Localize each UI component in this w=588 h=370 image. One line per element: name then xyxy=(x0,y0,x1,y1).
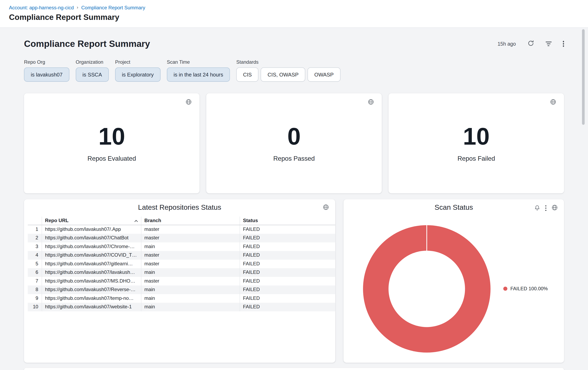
bottom-cards-row: Latest Repositories Status Repo URL Bran… xyxy=(24,200,564,363)
repo-url-cell: https://github.com/lavakush07/temp-no… xyxy=(42,294,141,303)
branch-cell: main xyxy=(141,303,240,311)
status-cell: FAILED xyxy=(240,268,335,277)
repo-url-cell: https://github.com/lavakush07/ChatBot xyxy=(42,234,141,242)
tile-menu-button[interactable] xyxy=(545,205,546,211)
table-row: 7https://github.com/lavakush07/MS.DHO…ma… xyxy=(28,277,336,285)
repo-url-column-header[interactable]: Repo URL xyxy=(42,217,141,225)
sort-asc-icon xyxy=(134,217,138,225)
branch-cell: master xyxy=(141,277,240,285)
dashboard-title: Compliance Report Summary xyxy=(24,39,150,49)
bell-icon xyxy=(534,204,540,212)
branch-cell: master xyxy=(141,234,240,242)
chevron-right-icon: › xyxy=(77,5,78,10)
repo-table-title: Latest Repositories Status xyxy=(24,200,335,212)
row-index: 4 xyxy=(28,251,42,260)
filter-chip-project[interactable]: is Exploratory xyxy=(115,67,160,81)
refresh-icon xyxy=(527,40,534,48)
latest-repositories-card: Latest Repositories Status Repo URL Bran… xyxy=(24,200,335,363)
branch-column-header[interactable]: Branch xyxy=(141,217,240,225)
explore-button[interactable] xyxy=(368,99,374,107)
explore-button[interactable] xyxy=(550,99,556,107)
globe-icon xyxy=(551,204,558,212)
branch-cell: main xyxy=(141,285,240,294)
status-column-header[interactable]: Status xyxy=(240,217,335,225)
kebab-menu-icon xyxy=(545,205,546,211)
index-column-header xyxy=(28,217,42,225)
dashboard-menu-button[interactable] xyxy=(563,41,564,47)
stat-value: 10 xyxy=(98,124,125,148)
breadcrumb-current-link[interactable]: Compliance Report Summary xyxy=(81,5,145,10)
alerts-button[interactable] xyxy=(534,204,540,212)
scan-status-card: Scan Status FAILED 100.00% xyxy=(344,200,564,363)
row-index: 3 xyxy=(28,242,42,251)
scrollbar-thumb[interactable] xyxy=(582,29,585,125)
filter-chip-repo-org[interactable]: is lavakush07 xyxy=(24,67,69,81)
filters-toggle-button[interactable] xyxy=(545,41,551,46)
filter-chip-organization[interactable]: is SSCA xyxy=(76,67,109,81)
globe-icon xyxy=(185,99,192,107)
filter-chip-scan-time[interactable]: is in the last 24 hours xyxy=(167,67,230,81)
explore-button[interactable] xyxy=(185,99,192,107)
filter-label: Standards xyxy=(236,59,340,65)
explore-button[interactable] xyxy=(322,204,329,212)
status-cell: FAILED xyxy=(240,251,335,260)
next-card-top-edge xyxy=(24,368,564,370)
scan-status-donut-chart[interactable] xyxy=(363,225,491,352)
row-index: 6 xyxy=(28,268,42,277)
table-row: 3https://github.com/lavakush07/Chrome-…m… xyxy=(28,242,336,251)
table-row: 1https://github.com/lavakush07/.Appmaste… xyxy=(28,225,336,234)
branch-cell: main xyxy=(141,242,240,251)
page-scrollbar[interactable] xyxy=(582,28,585,368)
legend-item-failed[interactable]: FAILED 100.00% xyxy=(503,286,548,291)
filter-label: Project xyxy=(115,59,160,65)
page-title: Compliance Report Summary xyxy=(9,13,588,22)
stat-tiles-row: 10 Repos Evaluated 0 Repos Passed 10 Rep… xyxy=(24,93,564,193)
filter-chip-standard-cis[interactable]: CIS xyxy=(236,67,259,81)
stat-card-repos-evaluated: 10 Repos Evaluated xyxy=(24,93,200,193)
repo-url-cell: https://github.com/lavakush07/lavakush… xyxy=(42,268,141,277)
refresh-button[interactable] xyxy=(527,40,534,48)
filter-chip-standard-cis-owasp[interactable]: CIS, OWASP xyxy=(261,67,305,81)
explore-button[interactable] xyxy=(551,204,558,212)
breadcrumb: Account: app-harness-ng-cicd › Complianc… xyxy=(9,5,588,10)
branch-cell: main xyxy=(141,294,240,303)
repo-url-cell: https://github.com/lavakush07/Reverse-… xyxy=(42,285,141,294)
status-cell: FAILED xyxy=(240,234,335,242)
repo-table-header: Repo URL Branch Status xyxy=(28,217,336,225)
stat-label: Repos Passed xyxy=(273,155,315,162)
status-cell: FAILED xyxy=(240,294,335,303)
repo-url-cell: https://github.com/lavakush07/Chrome-… xyxy=(42,242,141,251)
globe-icon xyxy=(368,99,374,107)
row-index: 2 xyxy=(28,234,42,242)
dashboard-header: Compliance Report Summary 15h ago xyxy=(24,38,564,50)
scan-card-actions xyxy=(534,204,558,212)
filter-label: Repo Org xyxy=(24,59,69,65)
table-row: 4https://github.com/lavakush07/COVID_T…m… xyxy=(28,251,336,260)
repo-url-cell: https://github.com/lavakush07/MS.DHO… xyxy=(42,277,141,285)
filter-group-standards: Standards CIS CIS, OWASP OWASP xyxy=(236,59,340,82)
stat-card-repos-passed: 0 Repos Passed xyxy=(206,93,382,193)
filter-chip-standard-owasp[interactable]: OWASP xyxy=(308,67,340,81)
filter-bar: Repo Org is lavakush07 Organization is S… xyxy=(24,59,564,82)
stat-label: Repos Failed xyxy=(457,155,495,162)
legend-dot xyxy=(503,287,507,291)
repo-url-cell: https://github.com/lavakush07/website-1 xyxy=(42,303,141,311)
top-bar: Account: app-harness-ng-cicd › Complianc… xyxy=(0,0,588,28)
row-index: 9 xyxy=(28,294,42,303)
filter-group-organization: Organization is SSCA xyxy=(76,59,109,82)
breadcrumb-account-link[interactable]: Account: app-harness-ng-cicd xyxy=(9,5,74,10)
table-row: 9https://github.com/lavakush07/temp-no…m… xyxy=(28,294,336,303)
filter-group-scan-time: Scan Time is in the last 24 hours xyxy=(167,59,230,82)
scan-status-title: Scan Status xyxy=(344,200,564,212)
filter-group-repo-org: Repo Org is lavakush07 xyxy=(24,59,69,82)
filter-icon xyxy=(545,41,551,46)
donut-hole xyxy=(388,251,465,327)
last-refresh-label: 15h ago xyxy=(497,41,516,47)
stat-card-repos-failed: 10 Repos Failed xyxy=(388,93,564,193)
status-cell: FAILED xyxy=(240,225,335,234)
branch-cell: master xyxy=(141,251,240,260)
globe-icon xyxy=(550,99,556,107)
branch-cell: main xyxy=(141,268,240,277)
repo-table-body: 1https://github.com/lavakush07/.Appmaste… xyxy=(28,225,336,311)
row-index: 5 xyxy=(28,260,42,268)
